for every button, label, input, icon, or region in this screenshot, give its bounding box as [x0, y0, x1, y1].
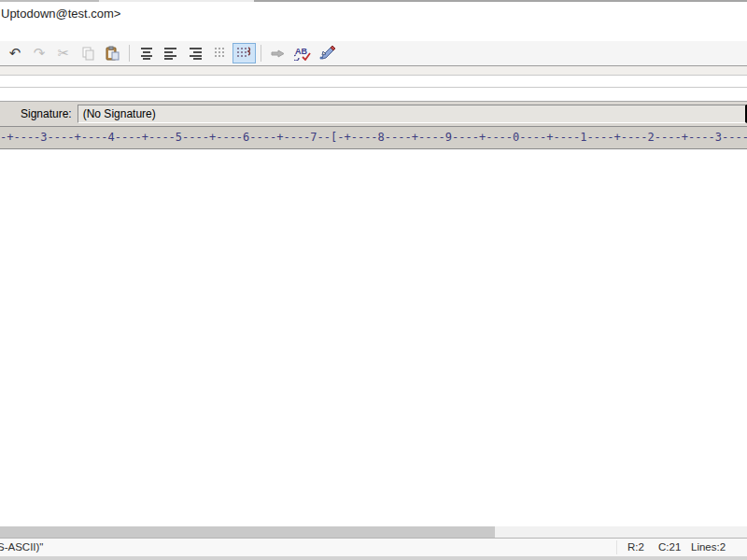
cut-icon: ✂ [58, 47, 70, 61]
wrap-column-toggle-icon [236, 47, 251, 60]
horizontal-scrollbar [0, 525, 747, 538]
copy-icon [80, 46, 95, 61]
column-marks-icon [213, 47, 226, 60]
lines-indicator: Lines:2 [691, 541, 726, 553]
toolbar: ↶ ↷ ✂ [0, 41, 747, 66]
address-strip: Uptodown@test.com> [0, 0, 747, 41]
redo-icon: ↷ [34, 47, 46, 61]
toolbar-separator [261, 45, 261, 62]
spell-check-button[interactable]: AB [291, 43, 315, 63]
align-left-button[interactable] [160, 43, 183, 63]
recipient-address-text: Uptodown@test.com> [1, 7, 120, 21]
column-ruler: -+----3----+----4----+----5----+----6---… [0, 127, 747, 149]
column-marks-button[interactable] [208, 43, 232, 63]
spell-check-icon: AB [294, 46, 311, 61]
wrap-column-toggle-button[interactable] [233, 43, 256, 63]
signature-bar: Signature: (No Signature) [0, 102, 747, 127]
compose-window: Uptodown@test.com> ↶ ↷ ✂ [0, 0, 747, 560]
status-bar: S-ASCII)" R:2 C:21 Lines:2 [0, 538, 747, 556]
align-left-icon [163, 47, 178, 60]
status-separator [616, 540, 617, 554]
row-indicator: R:2 [627, 541, 644, 553]
align-right-icon [188, 47, 203, 60]
cut-button[interactable]: ✂ [52, 43, 76, 63]
top-divider-left-segment [0, 0, 99, 2]
signature-label: Signature: [21, 107, 72, 120]
edit-pen-button[interactable] [316, 43, 339, 63]
window-bottom-edge [0, 556, 747, 560]
align-right-button[interactable] [184, 43, 207, 63]
redo-button[interactable]: ↷ [28, 43, 51, 63]
align-center-icon [139, 47, 154, 60]
undo-icon: ↶ [9, 47, 21, 61]
field-strip-top [0, 66, 747, 76]
field-strip-bottom [0, 88, 747, 102]
signature-dropdown[interactable]: (No Signature) [78, 105, 747, 123]
toolbar-separator [129, 45, 130, 62]
align-center-button[interactable] [135, 43, 159, 63]
paste-icon [105, 46, 120, 61]
top-divider-right-segment [254, 0, 747, 2]
hand-button[interactable] [267, 43, 290, 63]
charset-status-text: S-ASCII)" [0, 541, 43, 553]
scrollbar-thumb[interactable] [0, 526, 495, 538]
svg-text:AB: AB [295, 47, 307, 56]
copy-button[interactable] [77, 43, 100, 63]
edit-pen-icon [318, 46, 335, 61]
column-indicator: C:21 [658, 541, 681, 553]
paste-button[interactable] [101, 43, 124, 63]
undo-button[interactable]: ↶ [4, 43, 27, 63]
message-body-editor[interactable] [0, 149, 747, 525]
hand-icon [271, 48, 286, 59]
field-strip-middle [0, 76, 747, 88]
